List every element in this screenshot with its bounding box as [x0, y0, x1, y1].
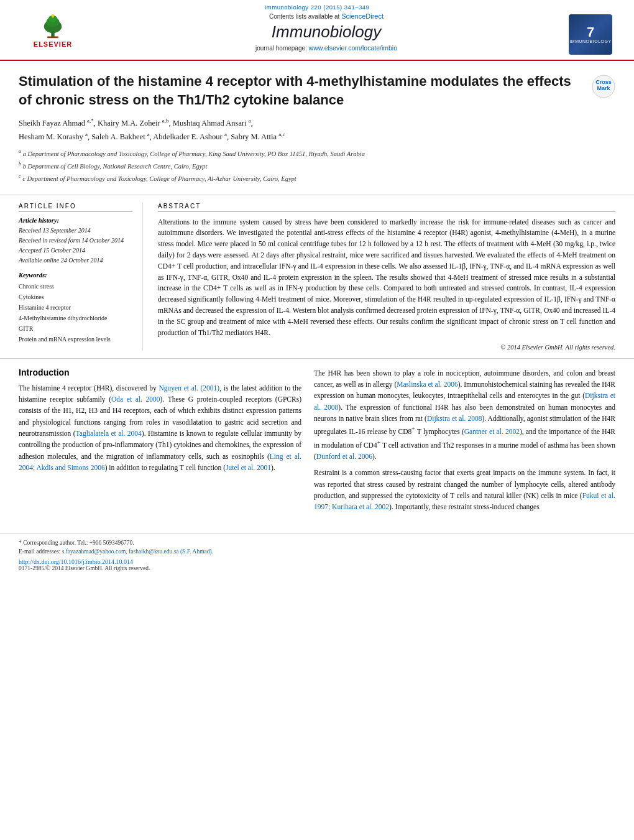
cite-nguyen[interactable]: Nguyen et al. (2001)	[159, 384, 220, 392]
cite-taglialatela[interactable]: Taglialatela et al. 2004	[76, 430, 142, 437]
intro-body: The histamine 4 receptor (H4R), discover…	[19, 382, 301, 474]
cite-fukui[interactable]: Fukui et al. 1997; Kurihara et al. 2002	[314, 492, 615, 510]
intro-right-body: The H4R has been shown to play a role in…	[314, 367, 615, 513]
abstract-header: ABSTRACT	[158, 203, 615, 212]
contents-label: Contents lists available at ScienceDirec…	[99, 12, 553, 20]
left-column: Introduction The histamine 4 receptor (H…	[19, 367, 301, 518]
crossmark-icon: Cross Mark	[592, 75, 615, 98]
received-date: Received 13 September 2014	[19, 226, 132, 236]
elsevier-tree-icon	[25, 14, 81, 39]
homepage-line: journal homepage: www.elsevier.com/locat…	[99, 44, 553, 52]
intro-title: Introduction	[19, 367, 301, 377]
keyword-6: Protein and mRNA expression levels	[19, 334, 132, 344]
cite-maslinska[interactable]: Maslinska et al. 2006	[397, 381, 457, 388]
cite-jutel[interactable]: Jutel et al. 2001	[226, 464, 271, 471]
sciencedirect-link[interactable]: ScienceDirect	[341, 12, 384, 20]
journal-header: Immunobiology 220 (2015) 341–349 ELSEVIE…	[0, 0, 634, 61]
copyright: © 2014 Elsevier GmbH. All rights reserve…	[158, 344, 615, 351]
svg-text:Mark: Mark	[597, 85, 610, 91]
cite-dijkstra-2008[interactable]: Dijkstra et al. 2008	[314, 392, 615, 410]
keyword-4: 4-Methylhistamine dihydrochloride	[19, 313, 132, 323]
abstract-panel: ABSTRACT Alterations to the immune syste…	[155, 203, 615, 351]
article-title: Stimulation of the histamine 4 receptor …	[19, 72, 615, 109]
keyword-2: Cytokines	[19, 292, 132, 302]
svg-rect-4	[52, 14, 54, 17]
elsevier-logo: ELSEVIER	[19, 12, 87, 50]
keywords-label: Keywords:	[19, 272, 132, 279]
svg-text:Cross: Cross	[595, 79, 612, 85]
history-label: Article history:	[19, 217, 132, 224]
email-addresses[interactable]: s.fayazahmad@yahoo.com, fashaikh@ksu.edu…	[62, 548, 213, 555]
abstract-text: Alterations to the immune system caused …	[158, 217, 615, 339]
cite-dunford[interactable]: Dunford et al. 2006	[316, 453, 372, 460]
cite-dijkstra-2008b[interactable]: Dijkstra et al. 2008	[427, 415, 482, 422]
journal-logo-box: 7 immunobiology	[569, 14, 612, 55]
affiliations: a a Department of Pharmacology and Toxic…	[19, 148, 615, 185]
email-label: E-mail addresses:	[19, 548, 60, 555]
contents-text: Contents lists available at	[269, 13, 339, 20]
body-content: Introduction The histamine 4 receptor (H…	[0, 359, 634, 527]
intro-para-3: Restraint is a common stress-causing fac…	[314, 467, 615, 513]
keyword-3: Histamine 4 receptor	[19, 302, 132, 313]
affil-b: b b Department of Cell Biology, National…	[19, 160, 615, 172]
online-date: Available online 24 October 2014	[19, 256, 132, 265]
intro-para-1: The histamine 4 receptor (H4R), discover…	[19, 382, 301, 474]
corresponding-note: * Corresponding author. Tel.: +966 56934…	[19, 538, 615, 547]
journal-logo: 7 immunobiology	[566, 12, 615, 56]
keywords-section: Keywords: Chronic stress Cytokines Hista…	[19, 272, 132, 344]
intro-para-2: The H4R has been shown to play a role in…	[314, 367, 615, 463]
email-line: E-mail addresses: s.fayazahmad@yahoo.com…	[19, 547, 615, 556]
article-info-panel: ARTICLE INFO Article history: Received 1…	[19, 203, 143, 351]
page-footer: * Corresponding author. Tel.: +966 56934…	[0, 533, 634, 577]
journal-meta-label: Immunobiology 220 (2015) 341–349	[19, 4, 615, 11]
doi-link[interactable]: http://dx.doi.org/10.1016/j.imbio.2014.1…	[19, 558, 615, 565]
journal-logo-text: immunobiology	[569, 39, 611, 44]
crossmark-badge: Cross Mark	[592, 75, 615, 101]
header-top: ELSEVIER Contents lists available at Sci…	[19, 12, 615, 60]
right-column: The H4R has been shown to play a role in…	[314, 367, 615, 518]
elsevier-text: ELSEVIER	[34, 40, 72, 48]
cite-oda[interactable]: Oda et al. 2000	[111, 395, 160, 403]
article-info-header: ARTICLE INFO	[19, 203, 132, 212]
journal-logo-number: 7	[587, 25, 594, 39]
accepted-date: Accepted 15 October 2014	[19, 246, 132, 256]
affil-c: c c Department of Pharmacology and Toxic…	[19, 173, 615, 184]
keyword-5: GITR	[19, 323, 132, 334]
affil-a: a a Department of Pharmacology and Toxic…	[19, 148, 615, 159]
info-abstract-section: ARTICLE INFO Article history: Received 1…	[0, 195, 634, 359]
article-header: Cross Mark Stimulation of the histamine …	[0, 61, 634, 195]
page: Immunobiology 220 (2015) 341–349 ELSEVIE…	[0, 0, 634, 840]
homepage-url[interactable]: www.elsevier.com/locate/imbio	[309, 44, 397, 52]
revised-date: Received in revised form 14 October 2014	[19, 236, 132, 246]
header-center: Contents lists available at ScienceDirec…	[87, 12, 566, 52]
cite-gantner[interactable]: Gantner et al. 2002	[464, 428, 520, 435]
keyword-1: Chronic stress	[19, 281, 132, 292]
svg-rect-5	[47, 37, 58, 39]
issn-line: 0171-2985/© 2014 Elsevier GmbH. All righ…	[19, 565, 615, 571]
homepage-label: journal homepage:	[255, 45, 307, 52]
article-history: Article history: Received 13 September 2…	[19, 217, 132, 265]
journal-name: Immunobiology	[99, 22, 553, 42]
authors: Sheikh Fayaz Ahmad a,*, Khairy M.A. Zohe…	[19, 116, 615, 142]
